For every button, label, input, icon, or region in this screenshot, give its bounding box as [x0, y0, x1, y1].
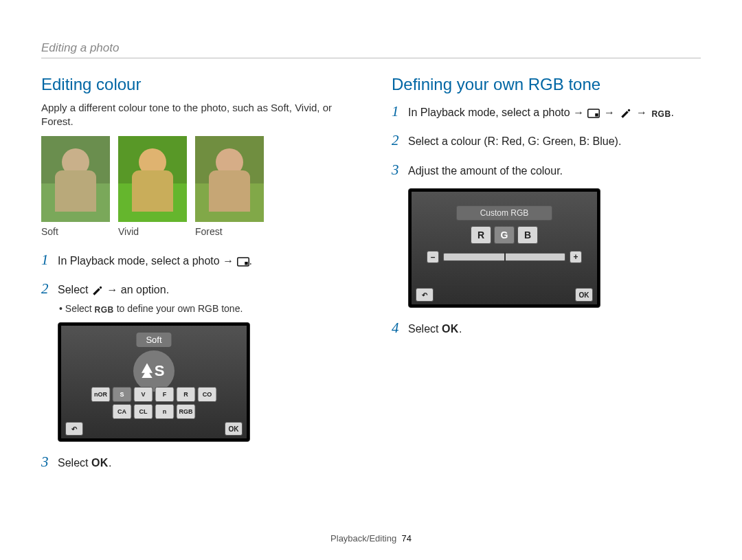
right-steps-cont: 4 Select OK.: [392, 317, 701, 338]
lcd-option-grid: nOR S V F R CO CA CL n RGB: [91, 387, 217, 419]
right-step-1: 1 In Playback mode, select a photo → → →…: [392, 101, 701, 122]
lcd-selected-circle: S: [133, 350, 175, 392]
left-column: Editing colour Apply a different colour …: [41, 75, 350, 481]
lcd-ok-button[interactable]: OK: [225, 422, 243, 436]
step-number: 2: [41, 278, 52, 299]
step3-period: .: [109, 457, 111, 469]
rstep3: Adjust the amount of the colour.: [408, 163, 701, 179]
svg-point-5: [627, 109, 629, 111]
rstep1-a: In Playback mode, select a photo →: [408, 107, 584, 118]
ok-label: OK: [91, 457, 109, 469]
opt-s[interactable]: S: [113, 387, 132, 402]
lcd-preview-rgb: Custom RGB R G B – + ↶ OK: [408, 188, 600, 308]
right-step-4: 4 Select OK.: [392, 317, 701, 338]
thumbnail-row: [41, 136, 350, 222]
brush-icon: [620, 109, 632, 118]
opt-rgb[interactable]: RGB: [177, 404, 196, 419]
rstep4-a: Select: [408, 323, 438, 335]
step1-text: In Playback mode, select a photo →: [58, 255, 234, 267]
step-number: 3: [392, 159, 403, 180]
rgb-g[interactable]: G: [494, 226, 515, 244]
ok-label: OK: [442, 323, 459, 335]
left-step-3: 3 Select OK.: [41, 451, 350, 472]
lcd-back-button[interactable]: ↶: [65, 422, 83, 436]
page-footer: Playback/Editing 74: [0, 533, 742, 544]
lcd-preview-soft: Soft S nOR S V F R CO CA CL n RGB: [58, 322, 250, 442]
rstep2: Select a colour (R: Red, G: Green, B: Bl…: [408, 133, 701, 149]
step2-a: Select: [58, 284, 88, 295]
step-number: 1: [392, 101, 403, 122]
opt-f[interactable]: F: [155, 387, 175, 402]
rstep4-period: .: [459, 323, 462, 335]
svg-rect-1: [245, 262, 248, 265]
step-number: 1: [41, 249, 52, 270]
step-number: 3: [41, 451, 52, 472]
section-title-rgb: Defining your own RGB tone: [392, 75, 701, 94]
svg-point-2: [100, 287, 102, 289]
lcd-back-button[interactable]: ↶: [416, 288, 434, 302]
opt-ca[interactable]: CA: [113, 404, 132, 419]
lcd-tooltip: Soft: [136, 333, 171, 347]
thumbnail-vivid: [118, 136, 187, 222]
right-step-2: 2 Select a colour (R: Red, G: Green, B: …: [392, 130, 701, 150]
footer-page-number: 74: [401, 533, 411, 544]
slider-track[interactable]: [443, 253, 565, 261]
left-steps: 1 In Playback mode, select a photo → . 2…: [41, 249, 350, 300]
opt-nor[interactable]: nOR: [91, 387, 111, 402]
opt-cl[interactable]: CL: [134, 404, 153, 419]
slider-minus[interactable]: –: [427, 251, 439, 263]
rgb-b[interactable]: B: [517, 226, 538, 244]
svg-rect-4: [595, 113, 598, 117]
thumbnail-forest: [195, 136, 264, 222]
step2-b: → an option.: [106, 284, 169, 295]
sub-b: to define your own RGB tone.: [117, 303, 243, 314]
slider-plus[interactable]: +: [570, 251, 582, 263]
left-step-2: 2 Select → an option.: [41, 278, 350, 299]
opt-v[interactable]: V: [134, 387, 153, 402]
left-step-2-sub: Select RGB to define your own RGB tone.: [59, 303, 350, 314]
right-steps: 1 In Playback mode, select a photo → → →…: [392, 101, 701, 180]
rgb-inline-icon: RGB: [651, 109, 671, 120]
thumb-label-vivid: Vivid: [118, 226, 187, 237]
thumb-label-forest: Forest: [195, 226, 264, 237]
section-title-editing-colour: Editing colour: [41, 75, 350, 94]
lcd-rgb-row: R G B: [471, 226, 538, 244]
lcd-ok-button[interactable]: OK: [575, 288, 593, 302]
lcd-rgb-title: Custom RGB: [456, 205, 552, 221]
step3-a: Select: [58, 457, 88, 469]
two-column-layout: Editing colour Apply a different colour …: [41, 75, 701, 481]
edit-menu-icon: [237, 257, 249, 267]
intro-text: Apply a different colour tone to the pho…: [41, 101, 350, 129]
arrow-icon: →: [636, 104, 647, 120]
left-steps-cont: 3 Select OK.: [41, 451, 350, 472]
step-number: 4: [392, 317, 403, 338]
right-column: Defining your own RGB tone 1 In Playback…: [392, 75, 701, 481]
step1-period: .: [249, 255, 252, 267]
lcd-slider[interactable]: – +: [427, 251, 582, 263]
footer-section: Playback/Editing: [330, 533, 396, 544]
rstep1-period: .: [671, 107, 674, 118]
breadcrumb: Editing a photo: [41, 41, 701, 58]
thumbnail-labels: Soft Vivid Forest: [41, 226, 350, 237]
arrow-icon: →: [604, 104, 615, 120]
brush-icon: [91, 286, 104, 295]
opt-co[interactable]: CO: [198, 387, 217, 402]
sub-a: Select: [65, 303, 92, 314]
rgb-inline-icon: RGB: [95, 305, 114, 315]
rgb-r[interactable]: R: [471, 226, 491, 244]
edit-menu-icon: [587, 109, 600, 118]
left-step-1: 1 In Playback mode, select a photo → .: [41, 249, 350, 270]
thumbnail-soft: [41, 136, 110, 222]
step-number: 2: [392, 130, 403, 150]
opt-r[interactable]: R: [177, 387, 196, 402]
thumb-label-soft: Soft: [41, 226, 110, 237]
opt-n[interactable]: n: [155, 404, 175, 419]
right-step-3: 3 Adjust the amount of the colour.: [392, 159, 701, 180]
